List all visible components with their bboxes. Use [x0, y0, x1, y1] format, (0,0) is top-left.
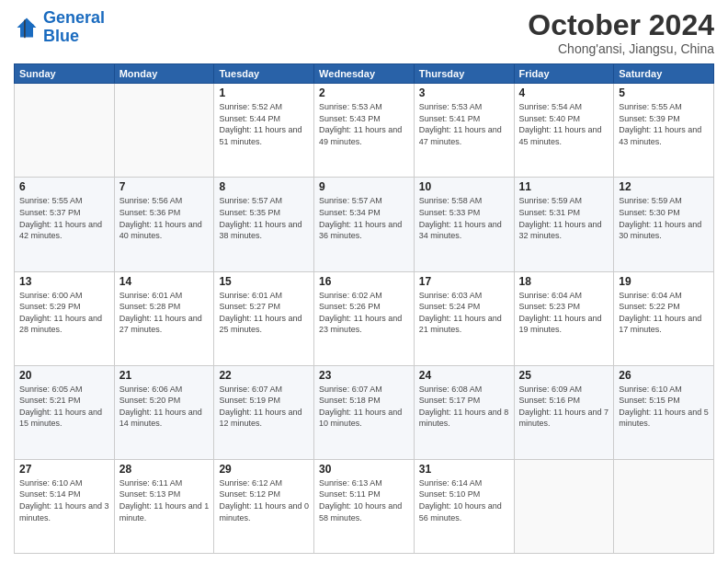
page: General Blue October 2024 Chong'ansi, Ji… — [0, 0, 728, 563]
calendar-cell-w1-d6: 4Sunrise: 5:54 AMSunset: 5:40 PMDaylight… — [514, 84, 614, 178]
day-number: 18 — [519, 275, 609, 288]
day-detail: Sunrise: 6:04 AMSunset: 5:23 PMDaylight:… — [519, 290, 609, 336]
day-detail: Sunrise: 6:07 AMSunset: 5:18 PMDaylight:… — [319, 384, 409, 430]
day-number: 16 — [319, 275, 409, 288]
day-detail: Sunrise: 6:00 AMSunset: 5:29 PMDaylight:… — [19, 290, 109, 336]
day-number: 25 — [519, 369, 609, 382]
day-detail: Sunrise: 6:06 AMSunset: 5:20 PMDaylight:… — [119, 384, 210, 430]
day-detail: Sunrise: 6:09 AMSunset: 5:16 PMDaylight:… — [519, 384, 609, 430]
header: General Blue October 2024 Chong'ansi, Ji… — [14, 9, 714, 56]
col-friday: Friday — [514, 64, 614, 84]
day-detail: Sunrise: 5:53 AMSunset: 5:43 PMDaylight:… — [319, 101, 409, 147]
day-detail: Sunrise: 5:54 AMSunset: 5:40 PMDaylight:… — [519, 101, 609, 147]
day-detail: Sunrise: 5:59 AMSunset: 5:30 PMDaylight:… — [619, 195, 709, 241]
col-monday: Monday — [114, 64, 214, 84]
calendar-cell-w1-d1 — [15, 84, 115, 178]
calendar-cell-w3-d3: 15Sunrise: 6:01 AMSunset: 5:27 PMDayligh… — [214, 271, 314, 365]
calendar-table: Sunday Monday Tuesday Wednesday Thursday… — [14, 63, 714, 554]
calendar-cell-w5-d6 — [514, 459, 614, 553]
calendar-cell-w5-d2: 28Sunrise: 6:11 AMSunset: 5:13 PMDayligh… — [114, 459, 214, 553]
day-detail: Sunrise: 6:10 AMSunset: 5:15 PMDaylight:… — [619, 384, 709, 430]
month-title: October 2024 — [528, 9, 714, 41]
day-detail: Sunrise: 6:01 AMSunset: 5:27 PMDaylight:… — [219, 290, 309, 336]
calendar-cell-w4-d2: 21Sunrise: 6:06 AMSunset: 5:20 PMDayligh… — [114, 365, 214, 459]
calendar-week-3: 13Sunrise: 6:00 AMSunset: 5:29 PMDayligh… — [15, 271, 714, 365]
logo: General Blue — [14, 9, 105, 46]
day-detail: Sunrise: 6:11 AMSunset: 5:13 PMDaylight:… — [119, 477, 210, 523]
calendar-cell-w2-d1: 6Sunrise: 5:55 AMSunset: 5:37 PMDaylight… — [15, 178, 115, 271]
calendar-cell-w3-d7: 19Sunrise: 6:04 AMSunset: 5:22 PMDayligh… — [614, 271, 714, 365]
day-detail: Sunrise: 6:08 AMSunset: 5:17 PMDaylight:… — [419, 384, 509, 430]
calendar-cell-w4-d3: 22Sunrise: 6:07 AMSunset: 5:19 PMDayligh… — [214, 365, 314, 459]
day-number: 22 — [219, 369, 309, 382]
day-number: 20 — [19, 369, 109, 382]
calendar-cell-w2-d5: 10Sunrise: 5:58 AMSunset: 5:33 PMDayligh… — [414, 178, 514, 271]
day-number: 13 — [19, 275, 109, 288]
calendar-cell-w1-d2 — [114, 84, 214, 178]
col-saturday: Saturday — [614, 64, 714, 84]
day-number: 26 — [619, 369, 709, 382]
day-number: 30 — [319, 463, 409, 476]
day-number: 27 — [19, 463, 109, 476]
day-detail: Sunrise: 5:57 AMSunset: 5:34 PMDaylight:… — [319, 195, 409, 241]
svg-rect-2 — [24, 19, 25, 38]
calendar-cell-w4-d7: 26Sunrise: 6:10 AMSunset: 5:15 PMDayligh… — [614, 365, 714, 459]
day-detail: Sunrise: 5:55 AMSunset: 5:39 PMDaylight:… — [619, 101, 709, 147]
day-number: 9 — [319, 180, 409, 193]
day-number: 31 — [419, 463, 509, 476]
calendar-cell-w1-d4: 2Sunrise: 5:53 AMSunset: 5:43 PMDaylight… — [314, 84, 415, 178]
calendar-cell-w1-d7: 5Sunrise: 5:55 AMSunset: 5:39 PMDaylight… — [614, 84, 714, 178]
day-detail: Sunrise: 5:58 AMSunset: 5:33 PMDaylight:… — [419, 195, 509, 241]
calendar-cell-w5-d5: 31Sunrise: 6:14 AMSunset: 5:10 PMDayligh… — [414, 459, 514, 553]
day-detail: Sunrise: 6:12 AMSunset: 5:12 PMDaylight:… — [219, 477, 309, 523]
col-wednesday: Wednesday — [314, 64, 415, 84]
day-number: 1 — [219, 86, 309, 99]
day-number: 14 — [119, 275, 210, 288]
calendar-cell-w2-d4: 9Sunrise: 5:57 AMSunset: 5:34 PMDaylight… — [314, 178, 415, 271]
calendar-cell-w1-d5: 3Sunrise: 5:53 AMSunset: 5:41 PMDaylight… — [414, 84, 514, 178]
day-number: 8 — [219, 180, 309, 193]
day-number: 12 — [619, 180, 709, 193]
col-tuesday: Tuesday — [214, 64, 314, 84]
calendar-cell-w4-d5: 24Sunrise: 6:08 AMSunset: 5:17 PMDayligh… — [414, 365, 514, 459]
calendar-cell-w5-d4: 30Sunrise: 6:13 AMSunset: 5:11 PMDayligh… — [314, 459, 415, 553]
day-number: 24 — [419, 369, 509, 382]
day-detail: Sunrise: 5:53 AMSunset: 5:41 PMDaylight:… — [419, 101, 509, 147]
day-number: 23 — [319, 369, 409, 382]
calendar-cell-w3-d4: 16Sunrise: 6:02 AMSunset: 5:26 PMDayligh… — [314, 271, 415, 365]
calendar-week-5: 27Sunrise: 6:10 AMSunset: 5:14 PMDayligh… — [15, 459, 714, 553]
calendar-cell-w5-d3: 29Sunrise: 6:12 AMSunset: 5:12 PMDayligh… — [214, 459, 314, 553]
day-detail: Sunrise: 5:56 AMSunset: 5:36 PMDaylight:… — [119, 195, 210, 241]
calendar-cell-w5-d1: 27Sunrise: 6:10 AMSunset: 5:14 PMDayligh… — [15, 459, 115, 553]
calendar-cell-w4-d6: 25Sunrise: 6:09 AMSunset: 5:16 PMDayligh… — [514, 365, 614, 459]
day-detail: Sunrise: 6:07 AMSunset: 5:19 PMDaylight:… — [219, 384, 309, 430]
day-number: 11 — [519, 180, 609, 193]
day-detail: Sunrise: 6:13 AMSunset: 5:11 PMDaylight:… — [319, 477, 409, 523]
day-number: 29 — [219, 463, 309, 476]
day-detail: Sunrise: 6:03 AMSunset: 5:24 PMDaylight:… — [419, 290, 509, 336]
day-number: 10 — [419, 180, 509, 193]
logo-line1: General — [43, 8, 105, 27]
day-detail: Sunrise: 6:14 AMSunset: 5:10 PMDaylight:… — [419, 477, 509, 523]
calendar-header-row: Sunday Monday Tuesday Wednesday Thursday… — [15, 64, 714, 84]
day-number: 28 — [119, 463, 210, 476]
calendar-cell-w2-d6: 11Sunrise: 5:59 AMSunset: 5:31 PMDayligh… — [514, 178, 614, 271]
title-block: October 2024 Chong'ansi, Jiangsu, China — [528, 9, 714, 56]
day-detail: Sunrise: 5:55 AMSunset: 5:37 PMDaylight:… — [19, 195, 109, 241]
logo-icon — [14, 15, 40, 40]
calendar-cell-w4-d1: 20Sunrise: 6:05 AMSunset: 5:21 PMDayligh… — [15, 365, 115, 459]
day-detail: Sunrise: 5:59 AMSunset: 5:31 PMDaylight:… — [519, 195, 609, 241]
day-detail: Sunrise: 5:57 AMSunset: 5:35 PMDaylight:… — [219, 195, 309, 241]
calendar-cell-w2-d2: 7Sunrise: 5:56 AMSunset: 5:36 PMDaylight… — [114, 178, 214, 271]
calendar-cell-w5-d7 — [614, 459, 714, 553]
calendar-cell-w2-d3: 8Sunrise: 5:57 AMSunset: 5:35 PMDaylight… — [214, 178, 314, 271]
calendar-cell-w1-d3: 1Sunrise: 5:52 AMSunset: 5:44 PMDaylight… — [214, 84, 314, 178]
day-number: 5 — [619, 86, 709, 99]
day-number: 15 — [219, 275, 309, 288]
day-detail: Sunrise: 6:05 AMSunset: 5:21 PMDaylight:… — [19, 384, 109, 430]
day-number: 2 — [319, 86, 409, 99]
col-sunday: Sunday — [15, 64, 115, 84]
day-detail: Sunrise: 6:02 AMSunset: 5:26 PMDaylight:… — [319, 290, 409, 336]
calendar-cell-w2-d7: 12Sunrise: 5:59 AMSunset: 5:30 PMDayligh… — [614, 178, 714, 271]
day-detail: Sunrise: 5:52 AMSunset: 5:44 PMDaylight:… — [219, 101, 309, 147]
